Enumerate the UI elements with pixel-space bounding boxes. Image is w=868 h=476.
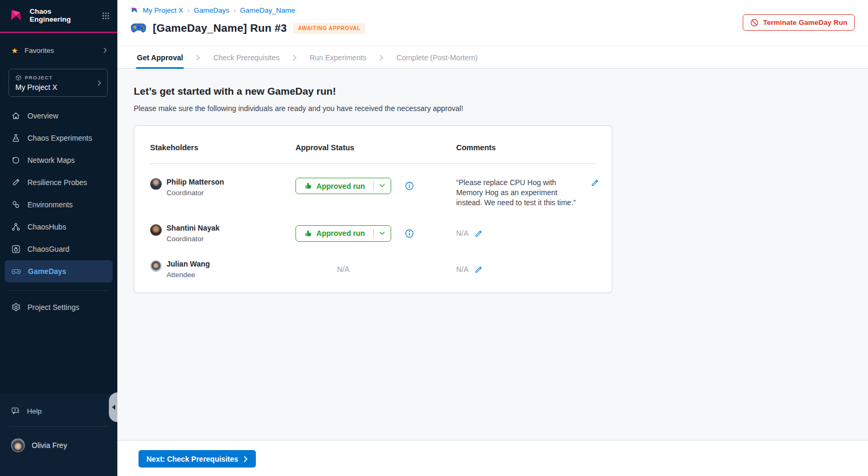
chaos-engineering-logo-icon bbox=[8, 8, 24, 24]
stakeholder-name: Julian Wang bbox=[167, 260, 210, 268]
sidebar: Chaos Engineering ★ Favorites bbox=[0, 0, 117, 476]
sidebar-divider bbox=[8, 290, 109, 291]
tab-label: Check Prerequisites bbox=[213, 53, 279, 62]
stakeholder-avatar bbox=[150, 178, 162, 190]
star-icon: ★ bbox=[11, 47, 18, 54]
sidebar-item-environments[interactable]: Environments bbox=[5, 194, 113, 216]
breadcrumb-link-gamedays[interactable]: GameDays bbox=[194, 6, 230, 14]
sidebar-item-help[interactable]: ? Help bbox=[5, 402, 113, 420]
page-header: My Project X › GameDays › GameDay_Name [… bbox=[117, 0, 868, 47]
sidebar-bottom: ? Help Olivia Frey bbox=[0, 393, 117, 476]
user-menu[interactable]: Olivia Frey bbox=[5, 433, 113, 457]
help-chat-icon: ? bbox=[11, 407, 20, 416]
approval-status-dropdown[interactable]: Approved run bbox=[296, 225, 391, 242]
status-badge: AWAITING APPROVAL bbox=[293, 23, 366, 34]
stakeholder-cell: Julian Wang Attendee bbox=[150, 260, 296, 279]
thumbs-up-icon bbox=[304, 230, 312, 237]
next-check-prerequisites-button[interactable]: Next: Check Prerequisites bbox=[138, 450, 256, 468]
sidebar-collapse-handle[interactable] bbox=[109, 392, 117, 422]
step-chevron-icon bbox=[196, 54, 200, 61]
stepper-tabbar: Get Approval Check Prerequisites Run Exp… bbox=[117, 47, 868, 69]
approval-status-label: Approved run bbox=[317, 182, 365, 190]
nav-label: Overview bbox=[27, 112, 58, 120]
thumbs-up-icon bbox=[304, 182, 312, 190]
favorites-label: Favorites bbox=[24, 47, 54, 54]
sidebar-item-network-maps[interactable]: Network Maps bbox=[5, 149, 113, 171]
sidebar-item-favorites[interactable]: ★ Favorites bbox=[0, 43, 117, 57]
tab-run-experiments[interactable]: Run Experiments bbox=[309, 47, 367, 69]
project-name: My Project X bbox=[15, 83, 97, 91]
breadcrumb-link-project[interactable]: My Project X bbox=[143, 6, 183, 14]
sidebar-header: Chaos Engineering bbox=[0, 0, 117, 33]
nav-label: Environments bbox=[27, 200, 73, 209]
sidebar-item-gamedays[interactable]: GameDays bbox=[5, 260, 113, 282]
approval-cell: Approved run bbox=[296, 225, 456, 242]
breadcrumb-link-gameday-name[interactable]: GameDay_Name bbox=[240, 6, 295, 14]
table-row: Julian Wang Attendee N/A N/A bbox=[150, 243, 596, 279]
nav-label: GameDays bbox=[28, 267, 66, 276]
module-grid-icon[interactable] bbox=[101, 12, 110, 20]
tab-label: Run Experiments bbox=[310, 53, 366, 62]
sidebar-item-overview[interactable]: Overview bbox=[5, 105, 113, 127]
stakeholders-card: Stakeholders Approval Status Comments Ph… bbox=[134, 125, 612, 293]
approval-cell: N/A bbox=[296, 265, 456, 273]
column-header-stakeholders: Stakeholders bbox=[150, 143, 296, 152]
stakeholder-role: Coordinator bbox=[167, 235, 219, 243]
stakeholder-name: Shantini Nayak bbox=[167, 224, 219, 232]
chevron-right-icon bbox=[244, 456, 248, 462]
sidebar-item-resilience-probes[interactable]: Resilience Probes bbox=[5, 171, 113, 194]
edit-comment-icon[interactable] bbox=[474, 264, 484, 274]
environments-icon bbox=[11, 200, 21, 209]
flask-icon bbox=[11, 133, 21, 143]
tab-get-approval[interactable]: Get Approval bbox=[136, 47, 184, 69]
user-name: Olivia Frey bbox=[32, 441, 67, 450]
app-window: Chaos Engineering ★ Favorites bbox=[0, 0, 868, 476]
page-footer: Next: Check Prerequisites bbox=[117, 441, 868, 476]
chevron-down-icon bbox=[374, 232, 391, 235]
title-row: [GameDay_Name] Run #3 AWAITING APPROVAL bbox=[131, 22, 365, 34]
tab-complete-post-mortem[interactable]: Complete (Post-Mortem) bbox=[395, 47, 478, 69]
sidebar-nav: Overview Chaos Experiments Network Maps … bbox=[5, 105, 113, 282]
user-avatar bbox=[11, 438, 25, 452]
nav-label: Chaos Experiments bbox=[27, 134, 92, 142]
edit-comment-icon[interactable] bbox=[474, 228, 484, 239]
help-label: Help bbox=[27, 407, 42, 415]
main-content: Let’s get started with a new GameDay run… bbox=[117, 69, 868, 441]
app-title: Chaos Engineering bbox=[30, 8, 75, 24]
sidebar-settings-section: Project Settings bbox=[5, 296, 113, 318]
stakeholder-avatar bbox=[150, 224, 162, 236]
terminate-gameday-run-button[interactable]: Terminate GameDay Run bbox=[743, 14, 855, 31]
chevron-right-icon bbox=[103, 47, 108, 53]
nav-label: ChaosGuard bbox=[27, 245, 69, 253]
column-header-comments: Comments bbox=[456, 143, 596, 152]
nav-label: Network Maps bbox=[27, 156, 75, 164]
stakeholder-avatar bbox=[150, 260, 162, 272]
approval-info-icon[interactable] bbox=[405, 229, 414, 238]
approval-status-dropdown[interactable]: Approved run bbox=[296, 178, 391, 194]
tab-label: Get Approval bbox=[137, 53, 183, 62]
gear-icon bbox=[11, 303, 21, 312]
breadcrumb-separator: › bbox=[234, 7, 236, 14]
content-heading: Let’s get started with a new GameDay run… bbox=[134, 86, 336, 97]
sidebar-divider bbox=[8, 426, 109, 427]
table-row: Philip Matterson Coordinator Approved ru… bbox=[150, 164, 596, 208]
probe-icon bbox=[11, 178, 21, 187]
cube-icon bbox=[15, 75, 22, 81]
step-chevron-icon bbox=[379, 54, 384, 61]
comment-cell: N/A bbox=[456, 228, 596, 239]
approval-info-icon[interactable] bbox=[405, 181, 414, 190]
sidebar-item-chaosguard[interactable]: ChaosGuard bbox=[5, 238, 113, 260]
step-chevron-icon bbox=[292, 54, 297, 61]
sidebar-item-project-settings[interactable]: Project Settings bbox=[5, 296, 113, 318]
sidebar-item-chaoshubs[interactable]: ChaosHubs bbox=[5, 216, 113, 238]
edit-comment-icon[interactable] bbox=[590, 178, 600, 188]
nav-label: Resilience Probes bbox=[27, 178, 87, 187]
sidebar-item-chaos-experiments[interactable]: Chaos Experiments bbox=[5, 127, 113, 149]
comment-text: N/A bbox=[456, 229, 468, 237]
tab-check-prerequisites[interactable]: Check Prerequisites bbox=[212, 47, 280, 69]
table-row: Shantini Nayak Coordinator Approved run bbox=[150, 208, 596, 243]
approval-status-label: Approved run bbox=[317, 229, 365, 237]
stakeholder-name: Philip Matterson bbox=[167, 178, 224, 186]
network-map-icon bbox=[11, 155, 21, 165]
project-selector[interactable]: PROJECT My Project X bbox=[8, 69, 108, 97]
